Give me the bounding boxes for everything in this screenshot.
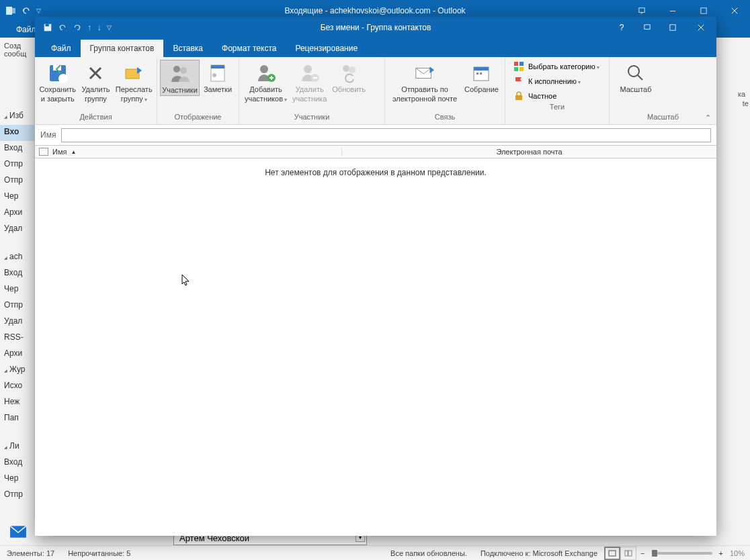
sort-asc-icon: ▲	[71, 149, 76, 155]
svg-rect-10	[46, 24, 49, 26]
members-list: Нет элементов для отображения в данном п…	[35, 158, 716, 536]
status-bar: Элементы: 17 Непрочитанные: 5 Все папки …	[0, 545, 750, 560]
meeting-button[interactable]: Собрание	[462, 60, 501, 104]
notes-view-button[interactable]: Заметки	[200, 60, 236, 95]
favorites-header[interactable]: Изб	[0, 109, 34, 125]
folder-item[interactable]: Удал	[0, 222, 34, 238]
zoom-out-icon[interactable]: −	[636, 549, 649, 557]
folder-item[interactable]: Отпр	[0, 173, 34, 189]
group-tags-label: Теги	[505, 103, 609, 114]
folder-item[interactable]: Отпр	[0, 298, 34, 314]
svg-point-38	[628, 66, 639, 77]
members-list-header: Имя ▲ Электронная почта	[35, 145, 716, 158]
folder-item[interactable]: Чер	[0, 189, 34, 205]
folder-item[interactable]: Вход	[0, 266, 34, 282]
remove-member-button: Удалить участника	[290, 60, 329, 104]
svg-rect-34	[519, 62, 524, 66]
svg-point-18	[180, 67, 187, 74]
contact-group-dialog: ↑ ↓ ▽ Без имени - Группа контактов ? Фай…	[35, 17, 716, 536]
save-icon[interactable]	[43, 23, 52, 32]
svg-point-26	[343, 65, 349, 72]
tab-contact-group[interactable]: Группа контактов	[81, 40, 164, 57]
folder-item[interactable]: RSS-	[0, 330, 34, 346]
folder-item[interactable]: Исхо	[0, 379, 34, 395]
tab-file[interactable]: Файл	[42, 40, 81, 57]
folder-item[interactable]: Отпр	[0, 487, 34, 504]
svg-rect-0	[6, 7, 12, 15]
next-icon[interactable]: ↓	[97, 22, 102, 32]
svg-rect-12	[670, 24, 675, 30]
zoom-button[interactable]: Масштаб	[612, 60, 659, 104]
follow-up-button[interactable]: К исполнению	[511, 75, 603, 88]
ribbon: Сохранить и закрыть Удалить группу Перес…	[35, 57, 716, 125]
folder-item[interactable]: Архи	[0, 205, 34, 222]
undo-icon[interactable]	[58, 23, 67, 32]
members-view-button[interactable]: Участники	[160, 60, 200, 96]
delete-group-button[interactable]: Удалить группу	[77, 60, 114, 104]
folder-pane[interactable]: Созд сообщ Изб Вхо Вход Отпр Отпр Чер Ар…	[0, 38, 35, 545]
private-button[interactable]: Частное	[511, 89, 603, 103]
tab-format-text[interactable]: Формат текста	[212, 40, 286, 57]
right-slice: ка te	[738, 38, 750, 545]
ribbon-display-options-icon[interactable]	[634, 17, 660, 38]
nav-mail[interactable]	[0, 518, 35, 545]
save-and-close-button[interactable]: Сохранить и закрыть	[38, 60, 77, 104]
redo-icon[interactable]	[73, 23, 82, 32]
folder-item[interactable]: Жур	[0, 363, 34, 379]
svg-rect-20	[211, 65, 224, 68]
close-icon[interactable]	[719, 0, 750, 21]
dialog-maximize-icon[interactable]	[660, 17, 685, 38]
zoom-slider[interactable]	[652, 552, 712, 555]
folder-item[interactable]: Вход	[0, 455, 34, 471]
undo-icon[interactable]	[22, 6, 31, 15]
list-icon-column[interactable]	[39, 148, 48, 156]
personal-header[interactable]: Ли	[0, 439, 34, 455]
help-icon[interactable]: ?	[609, 17, 634, 38]
dialog-title-bar: ↑ ↓ ▽ Без имени - Группа контактов ?	[35, 17, 716, 38]
list-column-name[interactable]: Имя ▲	[52, 148, 341, 156]
name-field-row: Имя	[35, 125, 716, 145]
svg-rect-1	[12, 8, 15, 13]
status-sync: Все папки обновлены.	[384, 549, 474, 557]
folder-item[interactable]: Пап	[0, 411, 34, 427]
empty-list-message: Нет элементов для отображения в данном п…	[35, 158, 716, 177]
tab-review[interactable]: Рецензирование	[286, 40, 367, 57]
add-members-button[interactable]: Добавить участников	[242, 60, 290, 104]
forward-group-button[interactable]: Переслать группу	[114, 60, 154, 104]
folder-item[interactable]: Вход	[0, 141, 34, 157]
folder-item[interactable]: Архи	[0, 346, 34, 363]
list-column-email[interactable]: Электронная почта	[341, 148, 716, 156]
account-header[interactable]: ach	[0, 250, 34, 266]
dialog-close-icon[interactable]	[685, 17, 716, 38]
svg-rect-35	[514, 67, 518, 71]
zoom-in-icon[interactable]: +	[715, 549, 727, 557]
folder-item[interactable]: Чер	[0, 471, 34, 487]
categorize-button[interactable]: Выбрать категорию	[511, 60, 603, 73]
prev-icon[interactable]: ↑	[87, 22, 92, 32]
view-reading-icon[interactable]	[620, 547, 636, 560]
folder-item[interactable]: Неж	[0, 395, 34, 411]
new-mail-partial: Созд сообщ	[0, 38, 34, 58]
svg-point-24	[304, 65, 312, 73]
svg-point-22	[260, 65, 268, 73]
folder-item[interactable]: Чер	[0, 282, 34, 298]
qa-dropdown-icon[interactable]: ▽	[36, 7, 41, 14]
folder-item[interactable]: Отпр	[0, 157, 34, 173]
svg-rect-30	[474, 67, 489, 71]
dialog-ribbon-tabs: Файл Группа контактов Вставка Формат тек…	[35, 38, 716, 57]
send-email-button[interactable]: Отправить по электронной почте	[388, 60, 462, 104]
group-display-label: Отображение	[157, 113, 239, 124]
svg-rect-7	[625, 551, 628, 556]
svg-rect-37	[515, 95, 522, 100]
qa-customize-icon[interactable]: ▽	[107, 24, 112, 31]
tab-insert[interactable]: Вставка	[163, 40, 212, 57]
zoom-percent: 10%	[730, 549, 745, 557]
folder-item[interactable]: Удал	[0, 314, 34, 330]
view-normal-icon[interactable]	[604, 547, 620, 560]
collapse-ribbon-icon[interactable]: ⌃	[703, 113, 712, 122]
status-connection: Подключено к: Microsoft Exchange	[474, 549, 604, 557]
svg-rect-32	[480, 73, 482, 75]
svg-rect-2	[639, 7, 644, 12]
folder-inbox[interactable]: Вхо	[0, 125, 34, 141]
group-name-input[interactable]	[61, 128, 711, 142]
